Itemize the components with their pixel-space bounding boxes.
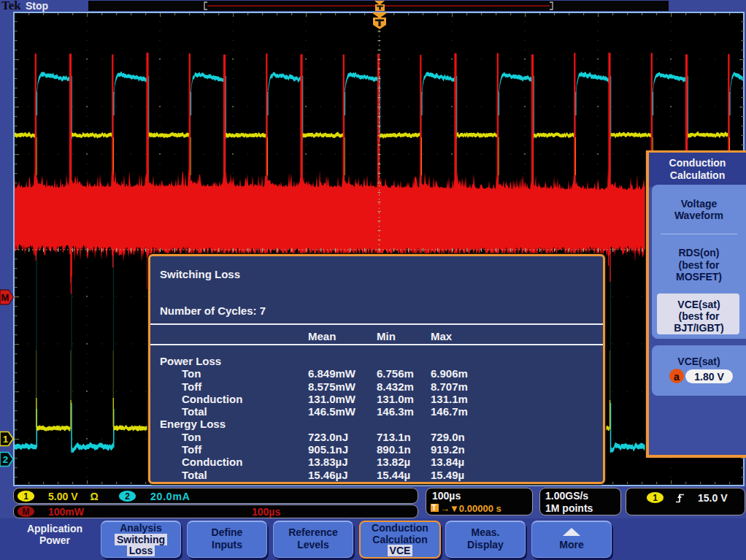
svg-text:M: M	[1, 292, 9, 303]
svg-text:2: 2	[3, 454, 9, 465]
svg-text:1: 1	[3, 434, 9, 445]
